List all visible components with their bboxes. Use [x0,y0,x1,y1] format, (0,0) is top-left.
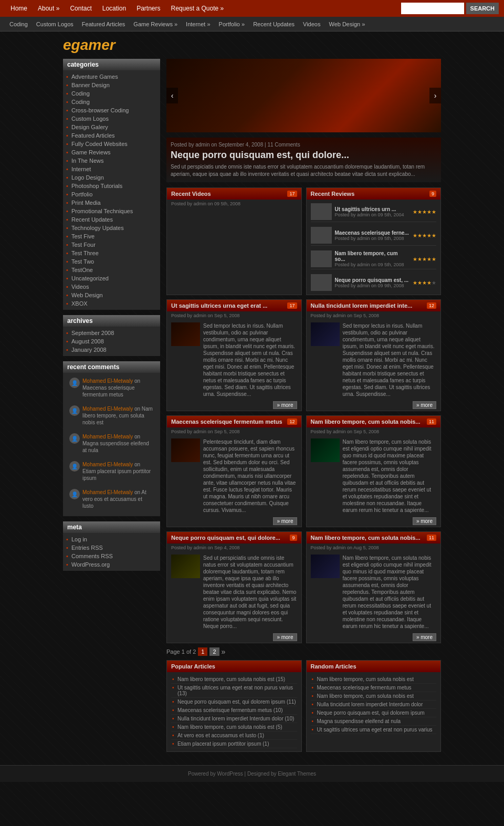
nav-location[interactable]: Location [97,0,131,17]
article-meta-3: Posted by admin on Sep 5, 2008 [307,427,441,436]
nav-home[interactable]: Home [5,0,33,17]
random-articles-title: Random Articles [307,661,441,672]
cat-test-three[interactable]: Test Three [71,250,99,256]
nav-contact[interactable]: Contact [65,0,97,17]
article-more-2[interactable]: » more [273,517,297,525]
search-button[interactable]: SEARCH [466,3,499,14]
review-stars-3: ★★★★★ [413,256,436,262]
cat-adventure-games[interactable]: Adventure Games [71,74,118,80]
page-1-link[interactable]: 1 [198,647,207,656]
comment-item: 👤 Mohamed El-Metwaly on Magna suspendiss… [65,431,158,456]
article-card-0: Ut sagittis ultrices urna eget erat ... … [166,299,302,411]
archive-sep-2008[interactable]: September 2008 [71,330,114,336]
archive-jan-2008[interactable]: January 2008 [71,347,107,353]
cat-photoshop[interactable]: Photoshop Tutorials [71,183,122,189]
cat-videos[interactable]: Videos [71,284,89,290]
article-badge-5: 11 [427,535,436,541]
recent-videos-card: Recent Videos 17 Posted by admin on 09 5… [166,187,302,295]
list-item: Nam libero tempore, cum soluta nobis est [311,692,437,700]
subnav-custom-logos[interactable]: Custom Logos [32,17,78,32]
cat-testone[interactable]: TestOne [71,267,93,273]
list-item: Nulla tincidunt lorem imperdiet Interdum… [311,700,437,709]
article-thumb-5 [311,555,340,578]
article-more-0[interactable]: » more [273,401,297,409]
cat-cross-browser[interactable]: Cross-browser Coding [71,107,129,113]
cat-test-four[interactable]: Test Four [71,242,96,248]
cat-technology[interactable]: Technology Updates [71,225,124,231]
random-articles-card: Random Articles Nam libero tempore, cum … [306,660,442,752]
cat-custom-logos[interactable]: Custom Logos [71,116,109,122]
cat-portfolio[interactable]: Portfolio [71,191,92,197]
page-label: Page 1 of 2 [166,649,196,655]
top-navigation: Home About » Contact Location Partners R… [0,0,504,17]
comment-author-link[interactable]: Mohamed El-Metwaly [82,378,133,384]
article-more-3[interactable]: » more [413,517,436,525]
subnav-internet[interactable]: Internet » [182,17,214,32]
comment-author-link[interactable]: Mohamed El-Metwaly [82,406,133,412]
recent-videos-header: Recent Videos 17 [167,188,301,200]
comment-author-link[interactable]: Mohamed El-Metwaly [82,489,133,495]
cat-coding-1[interactable]: Coding [71,90,90,97]
search-input[interactable] [401,3,464,14]
cat-uncategorized[interactable]: Uncategorized [71,275,109,281]
cat-web-design[interactable]: Web Design [71,292,103,298]
cat-test-five[interactable]: Test Five [71,233,94,239]
nav-partners[interactable]: Partners [131,0,165,17]
article-badge-0: 17 [287,302,297,309]
cat-in-the-news[interactable]: In The News [71,158,104,164]
main-content: ‹ › Posted by admin on September 4, 2008… [166,59,441,752]
page-next-link[interactable]: » [222,647,226,656]
article-card-5: Nam libero tempore, cum soluta nobis... … [306,531,442,643]
popular-articles-title: Popular Articles [167,661,301,672]
cat-logo-design[interactable]: Logo Design [71,174,104,181]
cat-design-galery[interactable]: Design Galery [71,124,108,130]
cat-test-two[interactable]: Test Two [71,258,94,265]
article-more-1[interactable]: » more [413,401,436,409]
subnav-game-reviews[interactable]: Game Reviews » [129,17,182,32]
nav-about[interactable]: About » [33,0,65,17]
cat-banner-design[interactable]: Banner Design [71,82,110,88]
avatar: 👤 [69,378,80,388]
article-card-1: Nulla tincidunt lorem imperdiet inte... … [306,299,442,411]
cat-game-reviews[interactable]: Game Reviews [71,149,111,155]
cat-promotional[interactable]: Promotional Techniques [71,208,133,214]
videos-reviews-row: Recent Videos 17 Posted by admin on 09 5… [166,187,441,295]
article-title-2: Maecenas scelerisque fermentum metus [171,419,282,425]
subnav-portfolio[interactable]: Portfolio » [215,17,249,32]
cat-recent-updates[interactable]: Recent Updates [71,216,113,223]
subnav-web-design[interactable]: Web Design » [324,17,369,32]
nav-request-quote[interactable]: Request a Quote » [165,0,229,17]
cat-internet[interactable]: Internet [71,166,91,172]
comment-author-link[interactable]: Mohamed El-Metwaly [82,462,133,467]
article-thumb-3 [311,438,340,462]
cat-xbox[interactable]: XBOX [71,300,88,307]
meta-entries-rss[interactable]: Entries RSS [71,545,103,551]
avatar: 👤 [69,489,80,499]
subnav-coding[interactable]: Coding [5,17,32,32]
review-info-2: Maecenas scelerisque ferne... Posted by … [335,230,410,241]
meta-wordpress[interactable]: WordPress.org [71,561,110,568]
cat-coding-2[interactable]: Coding [71,99,90,105]
list-item: Neque porro quisquam est, qui dolorem ip… [171,698,297,706]
review-title-3: Nam libero tempore, cum so... [335,250,410,262]
list-item: Nam libero tempore, cum soluta nobis est… [171,675,297,684]
meta-login[interactable]: Log in [71,536,87,542]
meta-comments-rss[interactable]: Comments RSS [71,553,113,559]
comment-author-link[interactable]: Mohamed El-Metwaly [82,434,133,440]
subnav-recent-updates[interactable]: Recent Updates [249,17,299,32]
subnav-videos[interactable]: Videos [299,17,324,32]
article-more-5[interactable]: » more [413,633,436,641]
article-card-4: Neque porro quisquam est, qui dolore... … [166,531,302,643]
cat-print-media[interactable]: Print Media [71,200,101,206]
cat-featured-articles[interactable]: Featured Articles [71,132,115,139]
page-2-link[interactable]: 2 [209,647,219,656]
slider-next-button[interactable]: › [429,88,441,103]
article-thumb-1 [311,322,340,346]
article-more-4[interactable]: » more [273,633,297,641]
cat-fully-coded[interactable]: Fully Coded Websites [71,141,128,147]
archive-aug-2008[interactable]: August 2008 [71,338,104,344]
slider-image [166,59,441,132]
subnav-featured-articles[interactable]: Featured Articles [78,17,130,32]
articles-row-2: Maecenas scelerisque fermentum metus 12 … [166,415,441,527]
slider-prev-button[interactable]: ‹ [166,88,178,103]
